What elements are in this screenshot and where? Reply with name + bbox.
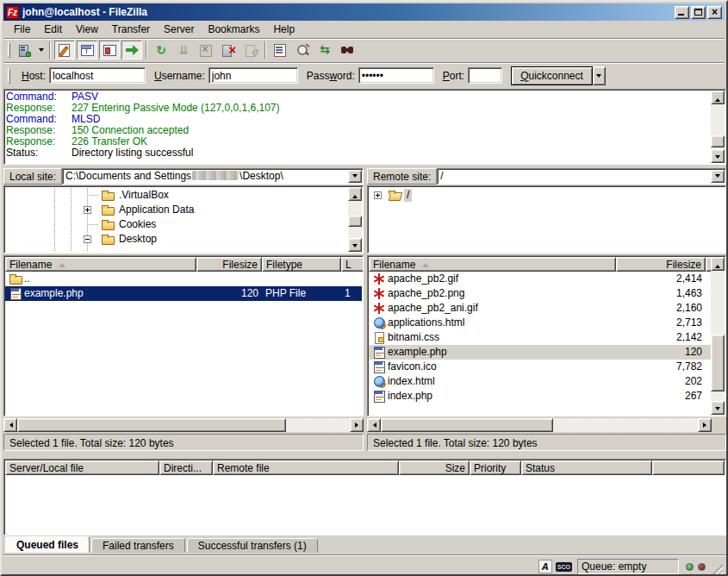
- queue-splitter[interactable]: [3, 452, 726, 459]
- file-row[interactable]: ..: [5, 272, 362, 286]
- resize-grip[interactable]: [712, 564, 723, 575]
- port-input[interactable]: [468, 67, 502, 84]
- file-row[interactable]: index.php267: [369, 389, 711, 404]
- menu-view[interactable]: View: [69, 22, 105, 37]
- menu-help[interactable]: Help: [266, 22, 302, 37]
- site-manager-button[interactable]: [14, 41, 34, 59]
- file-row[interactable]: apache_pb2_ani.gif2,160: [369, 301, 711, 316]
- menu-file[interactable]: File: [7, 22, 37, 37]
- file-row[interactable]: favicon.ico7,782: [369, 360, 711, 374]
- log-splitter[interactable]: [3, 165, 726, 167]
- column-header-filesize[interactable]: Filesize: [616, 257, 706, 272]
- queue-column-directi[interactable]: Directi...: [159, 460, 213, 475]
- scroll-right-button[interactable]: [698, 418, 712, 432]
- tree-item[interactable]: Cookies: [5, 217, 347, 232]
- folder-icon: [101, 218, 115, 231]
- remote-hscrollbar[interactable]: [367, 418, 712, 432]
- username-input[interactable]: [208, 67, 298, 84]
- local-tree-scrollbar[interactable]: [348, 187, 362, 252]
- close-button[interactable]: ×: [707, 6, 722, 19]
- maximize-button[interactable]: [691, 6, 706, 19]
- scroll-left-button[interactable]: [367, 418, 381, 432]
- quickbar-grip[interactable]: [8, 68, 10, 84]
- queue-column-priority[interactable]: Priority: [470, 460, 521, 475]
- tab-successful-transfers-[interactable]: Successful transfers (1): [187, 538, 318, 553]
- column-header-filename[interactable]: Filename: [369, 257, 616, 272]
- vertical-splitter[interactable]: [364, 167, 367, 451]
- local-directory-tree: .VirtualBoxApplication DataCookiesDeskto…: [3, 185, 364, 254]
- remote-vscrollbar[interactable]: [711, 257, 725, 415]
- file-row[interactable]: apache_pb2.png1,463: [369, 286, 711, 301]
- process-queue-button[interactable]: ⇊: [173, 41, 194, 59]
- toggle-local-tree-button[interactable]: [77, 41, 97, 59]
- local-hscrollbar[interactable]: [3, 418, 364, 432]
- file-row[interactable]: apache_pb2.gif2,414: [369, 272, 711, 286]
- site-manager-dropdown[interactable]: [35, 41, 47, 59]
- reconnect-button[interactable]: [240, 41, 261, 59]
- disconnect-button[interactable]: [218, 41, 239, 59]
- column-header-filetype[interactable]: Filetype: [262, 257, 341, 272]
- scroll-down-button[interactable]: [711, 401, 725, 415]
- file-row[interactable]: example.php120: [369, 345, 711, 360]
- file-row[interactable]: bitnami.css2,142: [369, 330, 711, 345]
- scroll-up-button[interactable]: [711, 91, 725, 104]
- find-files-button[interactable]: [337, 41, 358, 59]
- toggle-message-log-button[interactable]: [54, 41, 75, 59]
- log-scrollbar[interactable]: [711, 91, 725, 163]
- toggle-queue-button[interactable]: [121, 41, 142, 59]
- synchronized-browsing-button[interactable]: ⇆: [314, 41, 335, 59]
- tree-item[interactable]: Application Data: [5, 203, 347, 217]
- file-size-cell: 202: [616, 374, 706, 389]
- column-header-filename[interactable]: Filename: [5, 257, 196, 272]
- remote-site-dropdown[interactable]: [711, 170, 725, 183]
- expand-plus-icon[interactable]: [84, 206, 91, 214]
- file-row[interactable]: index.html202: [369, 374, 711, 389]
- toolbar-grip[interactable]: [8, 42, 10, 58]
- column-header-filesize[interactable]: Filesize: [196, 257, 262, 272]
- queue-column-remotefile[interactable]: Remote file: [213, 460, 399, 475]
- collapse-minus-icon[interactable]: [84, 235, 91, 243]
- minimize-button[interactable]: [675, 6, 689, 19]
- file-row[interactable]: example.php120PHP File1: [5, 286, 362, 301]
- toggle-remote-tree-button[interactable]: [99, 41, 120, 59]
- remote-list-header: FilenameFilesize: [369, 257, 711, 272]
- scrollbar-thumb[interactable]: [348, 216, 362, 227]
- queue-column-status[interactable]: Status: [521, 460, 652, 475]
- directory-comparison-button[interactable]: [292, 41, 313, 59]
- quickconnect-dropdown[interactable]: [593, 66, 606, 85]
- queue-column-size[interactable]: Size: [399, 460, 470, 475]
- expand-plus-icon[interactable]: [374, 191, 382, 199]
- file-row[interactable]: applications.html2,713: [369, 316, 711, 330]
- tree-item[interactable]: /: [369, 188, 725, 203]
- scroll-down-button[interactable]: [711, 149, 725, 163]
- tree-item[interactable]: .VirtualBox: [5, 188, 347, 203]
- host-input[interactable]: [49, 67, 146, 84]
- scroll-up-button[interactable]: [348, 187, 362, 201]
- scrollbar-thumb[interactable]: [17, 418, 286, 432]
- remote-site-combobox[interactable]: /: [437, 168, 726, 185]
- tree-item[interactable]: Desktop: [5, 232, 347, 247]
- menu-server[interactable]: Server: [157, 22, 201, 37]
- menu-edit[interactable]: Edit: [37, 22, 69, 37]
- cancel-button[interactable]: [196, 41, 216, 59]
- scrollbar-thumb[interactable]: [381, 418, 553, 432]
- filter-button[interactable]: [270, 41, 290, 59]
- maximize-icon: [694, 9, 702, 16]
- tab-failed-transfers[interactable]: Failed transfers: [91, 538, 185, 553]
- refresh-button[interactable]: ↻: [151, 41, 171, 59]
- scrollbar-thumb[interactable]: [711, 135, 725, 147]
- menu-bookmarks[interactable]: Bookmarks: [201, 22, 266, 37]
- local-site-combobox[interactable]: C:\Documents and Settings\Desktop\: [62, 168, 364, 185]
- scroll-up-button[interactable]: [711, 257, 725, 271]
- queue-column-serverlocalfile[interactable]: Server/Local file: [5, 460, 159, 475]
- scroll-left-button[interactable]: [3, 418, 17, 432]
- tab-queued-files[interactable]: Queued files: [5, 536, 90, 553]
- scroll-down-button[interactable]: [348, 238, 362, 252]
- menu-transfer[interactable]: Transfer: [105, 22, 157, 37]
- password-input[interactable]: [358, 67, 434, 84]
- local-site-dropdown[interactable]: [348, 170, 362, 183]
- scroll-right-button[interactable]: [350, 418, 364, 432]
- column-header-l[interactable]: L: [341, 257, 364, 272]
- quickconnect-button[interactable]: Quickconnect: [511, 66, 593, 85]
- scrollbar-thumb[interactable]: [711, 335, 725, 391]
